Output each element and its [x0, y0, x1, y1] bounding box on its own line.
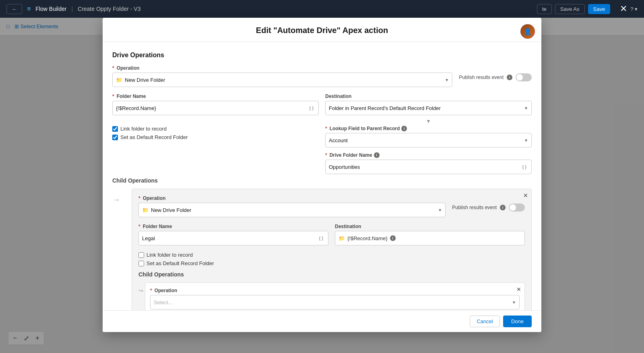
child-op-arrow-container: →	[112, 189, 120, 310]
child-publish-info-icon[interactable]: i	[500, 205, 506, 210]
nav-left: ← ≡ Flow Builder | Create Oppty Folder -…	[6, 4, 140, 14]
destination-select[interactable]: Folder in Parent Record's Default Record…	[325, 101, 532, 115]
cancel-button[interactable]: Cancel	[470, 316, 500, 327]
lookup-field-select[interactable]: Account ▼	[325, 133, 532, 147]
child-set-default-row: Set as Default Record Folder	[138, 260, 525, 266]
flow-name: Create Oppty Folder - V3	[78, 6, 140, 12]
lookup-field-label: * Lookup Field to Parent Record i	[325, 126, 532, 131]
child-dest-info-icon[interactable]: i	[390, 235, 396, 241]
drive-folder-merge-btn[interactable]: { }	[521, 164, 528, 169]
child-publish-toggle-knob	[510, 204, 516, 211]
expand-row: ▼	[112, 122, 532, 126]
drive-folder-name-label: * Drive Folder Name i	[325, 152, 532, 158]
nested-op-label: * Operation	[150, 288, 520, 293]
nested-op-required: *	[150, 288, 152, 293]
child-op-arrow-icon: →	[112, 195, 120, 204]
child-op-wrapper: → ✕ * Operation	[112, 189, 532, 310]
child-link-folder-checkbox[interactable]	[138, 252, 144, 258]
child-operation-select[interactable]: 📁 New Drive Folder ▼	[138, 203, 446, 217]
destination-arrow-icon: ▼	[524, 106, 528, 110]
child-op-arrow-icon: ▼	[438, 208, 442, 212]
child-folder-dest-row: * Folder Name Legal { } Destin	[138, 224, 525, 245]
drive-folder-name-input[interactable]: Opportunities { }	[325, 160, 532, 174]
child-folder-name-value: Legal	[142, 235, 155, 241]
lookup-info-icon[interactable]: i	[401, 126, 407, 131]
save-button[interactable]: Save	[588, 4, 611, 14]
nested-op-wrapper: ↪ ✕ * Operation Select... ▼	[138, 282, 525, 310]
drive-folder-name-label-text: Drive Folder Name	[330, 152, 372, 158]
nav-separator: |	[71, 6, 73, 12]
back-button[interactable]: ←	[6, 4, 22, 14]
child-folder-name-label: * Folder Name	[138, 224, 328, 229]
operation-value: New Drive Folder	[125, 77, 165, 83]
drive-folder-info-icon[interactable]: i	[374, 152, 380, 158]
child-folder-merge-btn[interactable]: { }	[318, 236, 325, 241]
publish-toggle[interactable]	[516, 73, 532, 81]
operation-label: * Operation	[112, 65, 452, 71]
folder-name-label: * Folder Name	[112, 93, 319, 99]
child-op-close-button[interactable]: ✕	[523, 192, 528, 199]
child-operation-row: * Operation 📁 New Drive Folder ▼	[138, 195, 525, 217]
child-publish-toggle[interactable]	[509, 203, 525, 212]
nested-op-placeholder: Select...	[154, 299, 173, 305]
nested-arrow-icon: ↪	[138, 287, 143, 294]
lookup-field-value: Account	[329, 137, 348, 143]
lookup-label-text: Lookup Field to Parent Record	[330, 126, 400, 131]
activate-button[interactable]: te	[537, 4, 552, 14]
child-dest-folder-icon: 📁	[339, 235, 345, 241]
child-folder-required: *	[138, 224, 140, 229]
help-icon: ?	[630, 6, 633, 12]
lookup-field-group: * Lookup Field to Parent Record i Accoun…	[325, 126, 532, 147]
child-set-default-label: Set as Default Record Folder	[147, 260, 214, 266]
set-default-label: Set as Default Record Folder	[120, 134, 188, 140]
publish-label: Publish results event	[459, 75, 504, 80]
nav-right: te Save As Save ✕ ? ▾	[537, 4, 638, 14]
child-dest-value: {!$Record.Name}	[347, 235, 388, 241]
help-button[interactable]: ? ▾	[630, 6, 638, 12]
publish-info-icon[interactable]: i	[507, 75, 512, 80]
set-default-checkbox[interactable]	[112, 135, 118, 140]
folder-name-label-text: Folder Name	[117, 93, 146, 99]
lookup-drive-group: * Lookup Field to Parent Record i Accoun…	[325, 126, 532, 174]
lookup-required: *	[325, 126, 327, 131]
modal-body: Drive Operations * Operation 📁 New Drive…	[103, 42, 541, 310]
folder-name-required: *	[112, 93, 114, 99]
child-folder-name-input[interactable]: Legal { }	[138, 231, 328, 245]
nested-child-ops-title: Child Operations	[138, 271, 525, 278]
nested-op-select[interactable]: Select... ▼	[150, 295, 520, 309]
save-as-button[interactable]: Save As	[555, 4, 585, 14]
nested-op-container: ✕ * Operation Select... ▼	[145, 282, 525, 310]
app-icon: ≡	[27, 5, 31, 12]
lookup-arrow-icon: ▼	[524, 138, 528, 143]
link-folder-checkbox-row: Link folder to record	[112, 126, 319, 132]
publish-toggle-knob	[516, 74, 523, 81]
child-checkboxes: Link folder to record Set as Default Rec…	[138, 252, 525, 266]
folder-name-input[interactable]: {!$Record.Name} { }	[112, 101, 319, 115]
folder-name-value: {!$Record.Name}	[116, 105, 156, 111]
destination-group: Destination Folder in Parent Record's De…	[325, 93, 532, 115]
folder-icon-op: 📁	[116, 77, 122, 83]
nested-op-close-button[interactable]: ✕	[516, 286, 521, 293]
drive-folder-name-group: * Drive Folder Name i Opportunities { }	[325, 152, 532, 174]
operation-select[interactable]: 📁 New Drive Folder ▼	[112, 73, 452, 87]
operation-row: * Operation 📁 New Drive Folder ▼ Publish…	[112, 65, 532, 87]
destination-label-text: Destination	[325, 93, 351, 99]
destination-label: Destination	[325, 93, 532, 99]
destination-value: Folder in Parent Record's Default Record…	[329, 105, 441, 111]
child-ops-section: Child Operations → ✕ * Ope	[112, 177, 532, 310]
child-destination-label: Destination	[335, 224, 525, 229]
child-set-default-checkbox[interactable]	[138, 261, 144, 266]
modal-dialog: Edit "Automate Drive" Apex action 👤 Driv…	[103, 18, 541, 332]
child-op-required: *	[138, 195, 140, 201]
child-destination-value-display: 📁 {!$Record.Name} i	[335, 231, 525, 245]
dest-chevron-down-icon: ▼	[426, 118, 431, 124]
back-icon: ←	[12, 6, 17, 12]
nav-close-button[interactable]: ✕	[620, 4, 627, 14]
folder-name-group: * Folder Name {!$Record.Name} { }	[112, 93, 319, 115]
folder-name-merge-btn[interactable]: { }	[308, 106, 315, 110]
done-button[interactable]: Done	[503, 316, 532, 327]
child-publish-row: Publish results event i	[452, 203, 525, 212]
link-folder-checkbox[interactable]	[112, 126, 118, 132]
publish-row: Publish results event i	[459, 73, 532, 81]
child-ops-title: Child Operations	[112, 177, 532, 184]
